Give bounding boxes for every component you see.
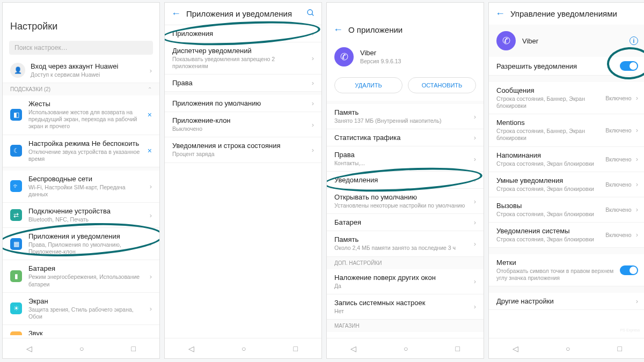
page-title: Управление уведомлениями — [510, 9, 639, 18]
close-icon[interactable]: × — [148, 146, 152, 155]
hint-dnd[interactable]: ☾ Настройка режима Не беспокоить Отключе… — [3, 135, 159, 167]
page-title: Приложения и уведомления — [186, 9, 306, 18]
chevron-right-icon: › — [312, 54, 314, 62]
plug-icon: ⇄ — [10, 209, 22, 221]
chevron-right-icon: › — [636, 155, 638, 163]
chevron-right-icon: › — [150, 240, 152, 248]
chevron-right-icon: › — [150, 211, 152, 219]
chevron-right-icon: › — [312, 99, 314, 107]
back-icon[interactable]: ◁ — [26, 344, 32, 353]
channel-system[interactable]: Уведомления системыСтрока состояния, Экр… — [489, 223, 644, 248]
viber-icon: ✆ — [496, 31, 516, 50]
channel-reminders[interactable]: НапоминанияСтрока состояния, Экран блоки… — [489, 147, 644, 172]
back-arrow-icon[interactable]: ← — [495, 8, 505, 19]
app-name: Viber — [522, 37, 630, 45]
store-header: МАГАЗИН — [327, 320, 484, 332]
badges-toggle[interactable] — [620, 265, 638, 275]
chevron-right-icon: › — [474, 134, 476, 142]
item-display[interactable]: ☀ ЭкранЗащита зрения, Стиль рабочего экр… — [3, 293, 159, 325]
back-icon[interactable]: ◁ — [350, 344, 356, 353]
page-title: Настройки — [3, 3, 159, 38]
item-notifications[interactable]: Уведомления› — [327, 172, 484, 189]
hint-gestures[interactable]: ◧ Жесты Использование жестов для возврат… — [3, 95, 159, 135]
home-icon[interactable]: ○ — [404, 344, 408, 353]
ps-express-watermark: PS Express — [618, 317, 642, 342]
recent-icon[interactable]: □ — [131, 344, 136, 353]
header: ← Приложения и уведомления — [165, 3, 321, 25]
recent-icon[interactable]: □ — [618, 344, 622, 353]
label: Вход через аккаунт Huawei — [31, 62, 147, 70]
item-overlay[interactable]: Наложение поверх других оконДа› — [327, 269, 484, 294]
chevron-right-icon: › — [474, 155, 476, 163]
item-apps[interactable]: Приложения › — [165, 25, 321, 42]
back-icon[interactable]: ◁ — [188, 344, 194, 353]
item-open-default[interactable]: Открывать по умолчаниюУстановлены некото… — [327, 189, 484, 214]
item-battery[interactable]: Батарея› — [327, 214, 484, 231]
svg-point-0 — [308, 10, 312, 14]
chevron-right-icon: › — [636, 205, 638, 213]
moon-icon: ☾ — [10, 145, 22, 157]
back-arrow-icon[interactable]: ← — [171, 8, 181, 19]
item-device-connection[interactable]: ⇄ Подключение устройстваBluetooth, NFC, … — [3, 203, 159, 228]
screen-notification-management: ← Управление уведомлениями ✆ Viber i Раз… — [488, 2, 644, 359]
chevron-right-icon: › — [474, 218, 476, 226]
stop-button[interactable]: ОСТАНОВИТЬ — [408, 77, 476, 93]
item-storage[interactable]: ПамятьЗанято 137 МБ (Внутренний накопите… — [327, 104, 484, 129]
item-app-twin[interactable]: Приложение-клонВыключено › — [165, 112, 321, 137]
wifi-icon: ᯤ — [10, 180, 22, 192]
item-write-settings[interactable]: Запись системных настроекНет› — [327, 294, 484, 320]
search-icon[interactable] — [306, 9, 315, 19]
chevron-right-icon: › — [312, 146, 314, 154]
back-icon[interactable]: ◁ — [513, 344, 518, 353]
item-memory[interactable]: ПамятьОколо 2,4 МБ памяти занято за посл… — [327, 231, 484, 256]
back-arrow-icon[interactable]: ← — [333, 24, 343, 35]
battery-icon: ▮ — [10, 270, 22, 282]
item-wireless[interactable]: ᯤ Беспроводные сетиWi-Fi, Настройки SIM-… — [3, 171, 159, 203]
search-input[interactable]: Поиск настроек… — [9, 41, 153, 55]
item-permissions[interactable]: ПраваКонтакты,...› — [327, 146, 484, 172]
delete-button[interactable]: УДАЛИТЬ — [334, 77, 402, 93]
header: ← Управление уведомлениями — [489, 3, 644, 25]
item-default-apps[interactable]: Приложения по умолчанию › — [165, 95, 321, 112]
item-battery[interactable]: ▮ БатареяРежим энергосбережения, Использ… — [3, 260, 159, 292]
item-notif-manager[interactable]: Диспетчер уведомленийПоказывать уведомле… — [165, 42, 321, 75]
android-navbar: ◁ ○ □ — [489, 338, 644, 358]
item-apps-notifications[interactable]: ▦ Приложения и уведомленияПрава, Приложе… — [3, 228, 159, 260]
channel-mentions[interactable]: MentionsСтрока состояния, Баннер, Экран … — [489, 114, 644, 146]
svg-line-1 — [312, 14, 313, 16]
channel-messages[interactable]: СообщенияСтрока состояния, Баннер, Экран… — [489, 82, 644, 114]
item-permissions[interactable]: Права › — [165, 75, 321, 92]
chevron-right-icon: › — [636, 126, 638, 134]
home-icon[interactable]: ○ — [79, 344, 84, 353]
recent-icon[interactable]: □ — [294, 344, 298, 353]
extra-header: ДОП. НАСТРОЙКИ — [327, 257, 484, 269]
item-status-bar[interactable]: Уведомления и строка состоянияПроцент за… — [165, 137, 321, 162]
close-icon[interactable]: × — [148, 110, 152, 119]
home-icon[interactable]: ○ — [566, 344, 570, 353]
channel-calls[interactable]: ВызовыСтрока состояния, Экран блокировки… — [489, 197, 644, 223]
allow-toggle[interactable] — [620, 61, 638, 71]
chevron-right-icon: › — [150, 182, 152, 190]
chevron-right-icon: › — [474, 197, 476, 205]
chevron-right-icon: › — [474, 240, 476, 248]
screen-app-info: ← О приложении ✆ Viber Версия 9.9.6.13 У… — [326, 2, 484, 359]
screen-apps-notifications: ← Приложения и уведомления Приложения › … — [164, 2, 322, 359]
home-icon[interactable]: ○ — [241, 344, 246, 353]
allow-notifications-row[interactable]: Разрешить уведомления — [489, 57, 644, 76]
other-settings[interactable]: Другие настройки › — [489, 293, 644, 310]
chevron-up-icon: ⌃ — [148, 86, 152, 92]
item-sound[interactable]: ♪ ЗвукНе беспокоить, Мелодия вызова, Виб… — [3, 325, 159, 335]
sound-icon: ♪ — [10, 331, 22, 335]
app-version: Версия 9.9.6.13 — [360, 58, 476, 65]
chevron-right-icon: › — [312, 79, 314, 87]
android-navbar: ◁ ○ □ — [327, 338, 484, 358]
badges-row[interactable]: МеткиОтображать символ точки в правом ве… — [489, 254, 644, 286]
info-icon[interactable]: i — [630, 36, 638, 45]
channel-smart[interactable]: Умные уведомленияСтрока состояния, Экран… — [489, 172, 644, 197]
sub: Доступ к сервисам Huawei — [31, 71, 147, 78]
recent-icon[interactable]: □ — [456, 344, 460, 353]
hints-header[interactable]: ПОДСКАЗКИ (2) ⌃ — [3, 83, 159, 95]
chevron-right-icon: › — [150, 333, 152, 335]
huawei-account-row[interactable]: 👤 Вход через аккаунт Huawei Доступ к сер… — [3, 58, 159, 83]
item-traffic[interactable]: Статистика трафика› — [327, 129, 484, 146]
